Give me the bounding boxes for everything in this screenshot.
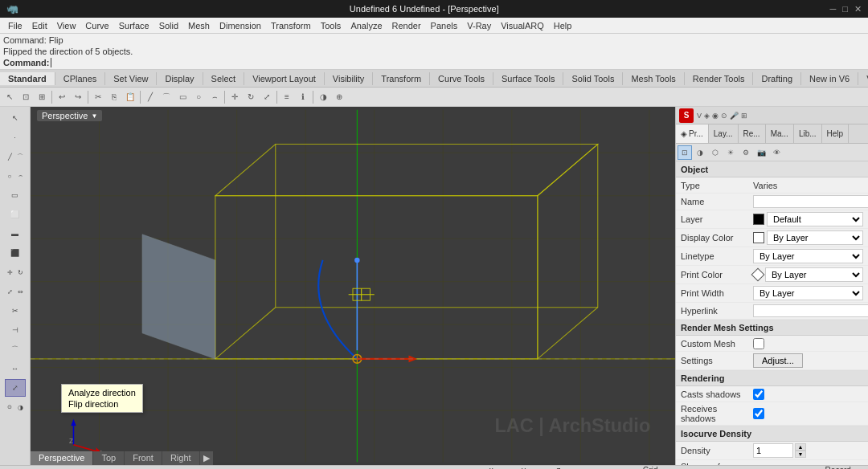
rpanel-icon-material[interactable]: ◑: [693, 145, 707, 160]
mirror-tool[interactable]: ⇔: [15, 283, 25, 300]
undo-icon[interactable]: ↩: [54, 89, 70, 105]
tooltip-analyze[interactable]: Analyze direction: [68, 387, 136, 398]
tab-curve-tools[interactable]: Curve Tools: [430, 72, 493, 85]
arc-icon[interactable]: ⌢: [207, 89, 223, 105]
prop-display-color-select[interactable]: By Layer: [767, 230, 863, 245]
point-tool[interactable]: ·: [5, 128, 26, 146]
menu-help[interactable]: Help: [549, 21, 577, 31]
minimize-btn[interactable]: ─: [830, 4, 837, 14]
rotate-icon[interactable]: ↻: [243, 89, 259, 105]
select-window-icon[interactable]: ⊡: [18, 89, 34, 105]
prop-density-input[interactable]: [753, 443, 793, 458]
menu-render[interactable]: Render: [387, 21, 426, 31]
render-tool[interactable]: ◑: [15, 398, 25, 416]
prop-linetype-select[interactable]: By Layer: [753, 249, 863, 263]
close-btn[interactable]: ✕: [854, 4, 862, 14]
circle-tool[interactable]: ○: [5, 167, 14, 185]
prop-layer-select[interactable]: Default: [767, 212, 863, 226]
titlebar-controls[interactable]: ─ □ ✕: [830, 4, 862, 14]
status-gridsnap[interactable]: Grid Snap: [643, 466, 661, 470]
copy-icon[interactable]: ⎘: [106, 89, 122, 105]
arc-tool[interactable]: ⌢: [15, 167, 25, 185]
rpanel-tab-properties[interactable]: ◈ Pr...: [676, 124, 709, 143]
menu-panels[interactable]: Panels: [426, 21, 463, 31]
extrude-tool[interactable]: ▬: [5, 225, 26, 243]
rpanel-icon-object[interactable]: ⊡: [678, 145, 692, 160]
select-tool[interactable]: ↖: [5, 109, 26, 127]
render-icon[interactable]: ◑: [315, 89, 331, 105]
tab-new-v6[interactable]: New in V6: [801, 72, 858, 85]
scale-icon[interactable]: ⤢: [259, 89, 275, 105]
tab-visibility[interactable]: Visibility: [325, 72, 374, 85]
properties-icon[interactable]: ℹ: [295, 89, 311, 105]
solid-tool[interactable]: ⬛: [5, 244, 26, 262]
menu-curve[interactable]: Curve: [80, 21, 113, 31]
surface-tool[interactable]: ⬜: [5, 206, 26, 223]
rpanel-tab-help[interactable]: Help: [822, 124, 850, 143]
viewport-dropdown-icon[interactable]: ▼: [91, 112, 97, 120]
rect-icon[interactable]: ▭: [174, 89, 190, 105]
analyze-tool[interactable]: ⊙: [5, 398, 14, 416]
redo-icon[interactable]: ↪: [70, 89, 86, 105]
prop-density-up[interactable]: ▲: [795, 443, 806, 451]
tab-cplanes[interactable]: CPlanes: [55, 72, 106, 85]
menu-transform[interactable]: Transform: [266, 21, 316, 31]
menu-view[interactable]: View: [52, 21, 81, 31]
snap-icon[interactable]: ⊕: [331, 89, 347, 105]
rpanel-icon-camera[interactable]: 📷: [754, 145, 768, 160]
rpanel-tab-layers[interactable]: Lay...: [709, 124, 739, 143]
rpanel-icon-visibility[interactable]: 👁: [769, 145, 784, 160]
tab-select[interactable]: Select: [203, 72, 245, 85]
tab-standard[interactable]: Standard: [0, 72, 55, 85]
tab-transform[interactable]: Transform: [373, 72, 430, 85]
select-all-icon[interactable]: ⊞: [34, 89, 50, 105]
layer-icon[interactable]: ≡: [279, 89, 295, 105]
viewport-tab-more[interactable]: ▶: [200, 451, 213, 465]
menu-mesh[interactable]: Mesh: [183, 21, 215, 31]
tab-setview[interactable]: Set View: [105, 72, 157, 85]
tab-solid-tools[interactable]: Solid Tools: [563, 72, 623, 85]
polyline-tool[interactable]: ⌒: [15, 148, 25, 165]
trim-tool[interactable]: ✂: [5, 302, 26, 320]
prop-density-down[interactable]: ▼: [795, 451, 806, 458]
prop-receives-shadows-checkbox[interactable]: [753, 408, 764, 419]
menu-vray[interactable]: V-Ray: [462, 21, 496, 31]
prop-hyperlink-input[interactable]: [753, 304, 868, 317]
viewport-tab-perspective[interactable]: Perspective: [31, 451, 93, 465]
line-tool[interactable]: ╱: [5, 148, 14, 165]
line-icon[interactable]: ╱: [142, 89, 158, 105]
circle-icon[interactable]: ○: [190, 89, 207, 105]
polyline-icon[interactable]: ⌒: [158, 89, 174, 105]
menu-surface[interactable]: Surface: [114, 21, 154, 31]
paste-icon[interactable]: 📋: [122, 89, 138, 105]
menu-edit[interactable]: Edit: [27, 21, 52, 31]
dimension-tool[interactable]: ↔: [5, 360, 26, 377]
viewport-tab-right[interactable]: Right: [162, 451, 200, 465]
tab-drafting[interactable]: Drafting: [753, 72, 801, 85]
prop-print-color-select[interactable]: By Layer: [765, 267, 863, 282]
tab-surface-tools[interactable]: Surface Tools: [493, 72, 563, 85]
tab-viewport-layout[interactable]: Viewport Layout: [244, 72, 325, 85]
prop-name-input[interactable]: [753, 195, 868, 208]
menu-file[interactable]: File: [3, 21, 27, 31]
menu-dimension[interactable]: Dimension: [215, 21, 266, 31]
viewport-tab-top[interactable]: Top: [93, 451, 125, 465]
direction-tool[interactable]: ⤢: [5, 379, 26, 397]
rpanel-icon-render-settings[interactable]: ⚙: [739, 145, 753, 160]
tab-display[interactable]: Display: [157, 72, 203, 85]
rpanel-tab-libraries[interactable]: Lib...: [794, 124, 822, 143]
viewport-label[interactable]: Perspective ▼: [37, 110, 102, 121]
rpanel-tab-render[interactable]: Re...: [739, 124, 766, 143]
prop-print-width-select[interactable]: By Layer: [753, 286, 863, 300]
cmd-line3[interactable]: Command:: [3, 57, 865, 68]
fillet-tool[interactable]: ⌒: [5, 341, 26, 358]
menu-analyze[interactable]: Analyze: [346, 21, 387, 31]
move-tool[interactable]: ✛: [5, 263, 14, 281]
tab-mesh-tools[interactable]: Mesh Tools: [623, 72, 684, 85]
select-icon[interactable]: ↖: [2, 89, 18, 105]
menu-solid[interactable]: Solid: [154, 21, 183, 31]
rpanel-icon-texture[interactable]: ⬡: [708, 145, 723, 160]
rpanel-tab-materials[interactable]: Ma...: [766, 124, 794, 143]
rotate-tool[interactable]: ↻: [15, 263, 25, 281]
extend-tool[interactable]: ⊣: [5, 321, 26, 339]
